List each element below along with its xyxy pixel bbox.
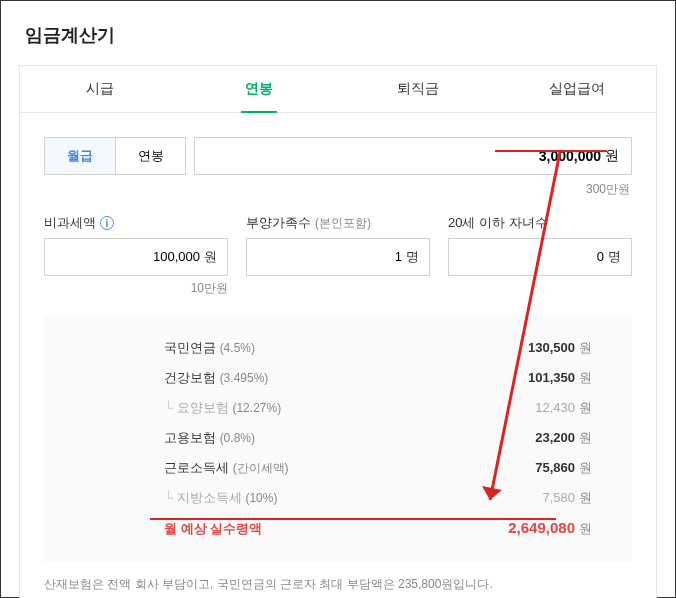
- taxfree-input[interactable]: 100,000원: [44, 238, 228, 276]
- taxfree-hint: 10만원: [44, 280, 228, 297]
- svg-marker-1: [482, 486, 502, 500]
- page-title: 임금계산기: [1, 1, 675, 65]
- tab-severance[interactable]: 퇴직금: [338, 66, 497, 112]
- taxfree-label: 비과세액: [44, 214, 96, 232]
- tab-annual[interactable]: 연봉: [179, 66, 338, 112]
- svg-line-0: [490, 152, 560, 500]
- tab-unemployment[interactable]: 실업급여: [497, 66, 656, 112]
- family-label: 부양가족수: [246, 214, 311, 232]
- info-icon[interactable]: i: [100, 216, 114, 230]
- calculator-panel: 시급 연봉 퇴직금 실업급여 월급 연봉 3,000,000 원 300만원 비…: [19, 65, 657, 598]
- family-input[interactable]: 1명: [246, 238, 430, 276]
- annotation-arrow-icon: [460, 150, 580, 510]
- mode-segment: 월급 연봉: [44, 137, 186, 175]
- tab-bar: 시급 연봉 퇴직금 실업급여: [20, 66, 656, 113]
- annotation-underline: [150, 518, 556, 520]
- family-sub: (본인포함): [315, 215, 371, 232]
- mode-monthly[interactable]: 월급: [45, 138, 115, 174]
- tab-hourly[interactable]: 시급: [20, 66, 179, 112]
- footnote: 산재보험은 전액 회사 부담이고, 국민연금의 근로자 최대 부담액은 235,…: [20, 562, 656, 598]
- mode-annual[interactable]: 연봉: [115, 138, 185, 174]
- salary-unit: 원: [605, 147, 619, 165]
